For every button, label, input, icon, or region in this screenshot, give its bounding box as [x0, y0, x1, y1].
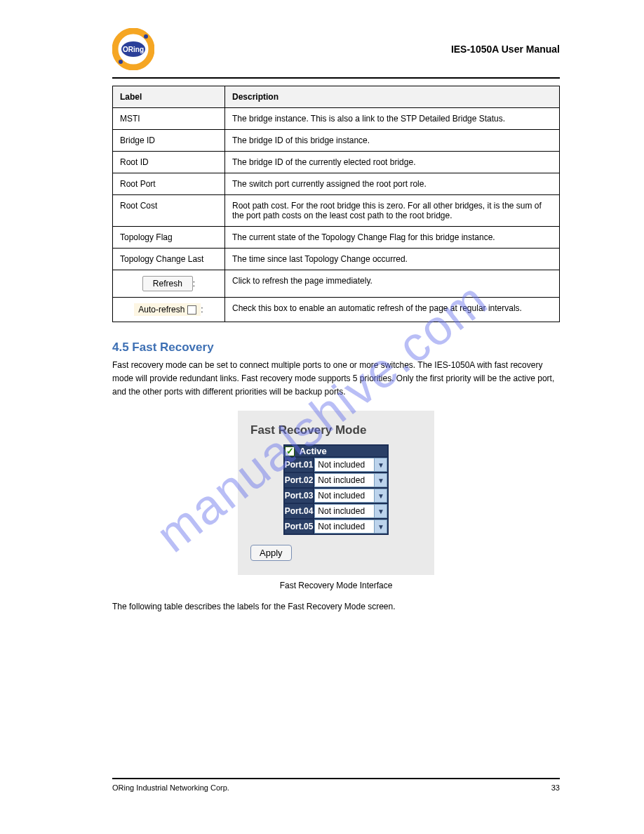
col-description: Description: [225, 86, 560, 108]
svg-text:ORing: ORing: [123, 46, 144, 53]
port-label: Port.03: [284, 488, 314, 503]
table-row: Root Cost Root path cost. For the root b…: [113, 195, 560, 227]
section-title: 4.5 Fast Recovery: [112, 340, 560, 355]
apply-button[interactable]: Apply: [250, 545, 292, 561]
table-row: Topology Change Last The time since last…: [113, 249, 560, 270]
port-row: Port.03 Not included ▼: [284, 488, 389, 503]
checkbox-icon: [187, 305, 196, 315]
port-label: Port.02: [284, 472, 314, 488]
svg-point-4: [119, 60, 123, 64]
port-row: Port.02 Not included ▼: [284, 472, 389, 488]
port-row: Port.01 Not included ▼: [284, 457, 389, 472]
refresh-button[interactable]: Refresh: [142, 276, 193, 291]
chevron-down-icon: ▼: [374, 520, 387, 533]
port-select[interactable]: Not included ▼: [314, 473, 387, 487]
page-footer: ORing Industrial Networking Corp. 33: [112, 778, 560, 792]
auto-refresh-checkbox[interactable]: Auto-refresh: [134, 303, 201, 316]
fast-recovery-panel: Fast Recovery Mode Active Port.01 Not in…: [238, 411, 434, 576]
chevron-down-icon: ▼: [374, 458, 387, 471]
footer-page-number: 33: [551, 783, 560, 792]
figure-caption: Fast Recovery Mode Interface: [112, 581, 560, 590]
port-label: Port.01: [284, 457, 314, 472]
port-select[interactable]: Not included ▼: [314, 504, 387, 518]
oring-logo: ORing: [112, 28, 154, 70]
active-row: Active: [284, 445, 389, 458]
chevron-down-icon: ▼: [374, 474, 387, 486]
port-row: Port.05 Not included ▼: [284, 519, 389, 534]
active-label: Active: [300, 446, 327, 456]
fast-recovery-table: Active Port.01 Not included ▼ Port.02 No…: [283, 444, 389, 536]
port-row: Port.04 Not included ▼: [284, 503, 389, 519]
svg-point-3: [144, 34, 148, 39]
footer-left: ORing Industrial Networking Corp.: [112, 783, 229, 792]
table-row: Root Port The switch port currently assi…: [113, 173, 560, 195]
chevron-down-icon: ▼: [374, 489, 387, 502]
table-row: Topology Flag The current state of the T…: [113, 227, 560, 249]
table-row: MSTI The bridge instance. This is also a…: [113, 108, 560, 130]
port-label: Port.05: [284, 519, 314, 534]
active-checkbox[interactable]: [285, 446, 295, 456]
port-select[interactable]: Not included ▼: [314, 458, 387, 472]
table-row: Bridge ID The bridge ID of this bridge i…: [113, 130, 560, 152]
note-text: The following table describes the labels…: [112, 602, 560, 611]
header-title: IES-1050A User Manual: [451, 44, 560, 55]
chevron-down-icon: ▼: [374, 505, 387, 517]
port-select[interactable]: Not included ▼: [314, 519, 387, 534]
panel-title: Fast Recovery Mode: [250, 423, 422, 437]
page-header: ORing IES-1050A User Manual: [112, 28, 560, 79]
section-body: Fast recovery mode can be set to connect…: [112, 359, 560, 399]
port-label: Port.04: [284, 503, 314, 519]
table-row: Root ID The bridge ID of the currently e…: [113, 152, 560, 173]
table-row: Auto-refresh : Check this box to enable …: [113, 298, 560, 322]
params-table: Label Description MSTI The bridge instan…: [112, 86, 560, 322]
table-row: Refresh: Click to refresh the page immed…: [113, 270, 560, 298]
port-select[interactable]: Not included ▼: [314, 489, 387, 503]
col-label: Label: [113, 86, 225, 108]
auto-refresh-label: Auto-refresh: [138, 305, 185, 315]
